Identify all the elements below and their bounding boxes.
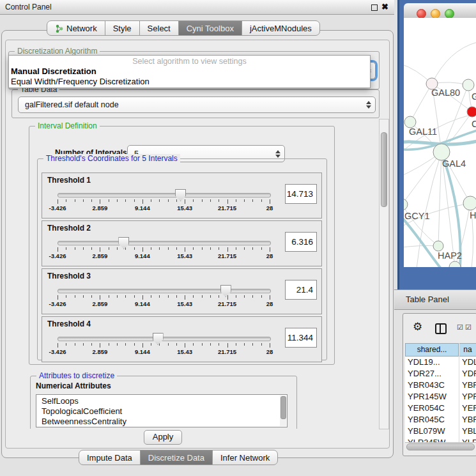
- slider-tick-label: -3.426: [49, 300, 66, 307]
- network-node-gal[interactable]: [463, 79, 474, 91]
- zoom-window-icon[interactable]: [445, 9, 454, 19]
- table-cell[interactable]: YDR27...: [408, 369, 441, 378]
- threshold-value-field[interactable]: [285, 232, 317, 252]
- table-panel-title: Table Panel: [406, 295, 449, 304]
- table-hscrollbar-thumb[interactable]: [406, 443, 475, 450]
- table-data-combo[interactable]: galFiltered.sif default node: [18, 96, 376, 113]
- table-row[interactable]: YBL079WYBL0: [405, 426, 476, 437]
- table-cell[interactable]: YBL0: [462, 426, 476, 436]
- slider-tick-label: 21.715: [218, 204, 236, 211]
- bottom-tab-infer-network[interactable]: Infer Network: [212, 450, 278, 465]
- threshold-list: Threshold 1-3.4262.8599.14415.4321.71528…: [42, 173, 322, 364]
- attribute-item-topologicalcoefficient[interactable]: TopologicalCoefficient: [36, 406, 287, 417]
- table-cell[interactable]: YDL19...: [408, 357, 440, 367]
- table-cell[interactable]: YDL1: [462, 357, 476, 367]
- close-icon[interactable]: ✖: [381, 2, 388, 12]
- threshold-value-field[interactable]: [285, 328, 317, 348]
- network-edge[interactable]: [410, 84, 432, 122]
- table-cell[interactable]: YER054C: [408, 403, 445, 413]
- slider-track[interactable]: [58, 241, 271, 245]
- table-cell[interactable]: YDR2: [462, 369, 476, 378]
- slider-tick-label: 2.859: [93, 300, 108, 307]
- slider-tick: [185, 199, 185, 204]
- threshold-value-field[interactable]: [285, 280, 317, 300]
- table-cell[interactable]: YBR045C: [408, 415, 445, 424]
- column-settings-icon[interactable]: [435, 323, 447, 334]
- network-node-ha[interactable]: [463, 196, 476, 210]
- slider-tick: [75, 295, 75, 298]
- network-node-gcy1[interactable]: [404, 199, 408, 210]
- table-row[interactable]: YPR145WYPR1: [405, 391, 476, 403]
- slider-thumb[interactable]: [153, 333, 164, 345]
- close-window-icon[interactable]: [417, 9, 426, 19]
- threshold-value-field[interactable]: [285, 184, 317, 204]
- table-hscrollbar[interactable]: [405, 442, 476, 450]
- slider-thumb[interactable]: [118, 237, 129, 249]
- table-cell[interactable]: YLR345W: [408, 438, 445, 442]
- tab-style[interactable]: Style: [105, 20, 140, 36]
- gear-icon[interactable]: ⚙: [413, 321, 422, 332]
- network-edge[interactable]: [441, 152, 461, 267]
- table-row[interactable]: YDL19...YDL1: [405, 357, 476, 368]
- tab-network[interactable]: Network: [47, 20, 105, 36]
- slider-thumb[interactable]: [220, 285, 231, 297]
- slider-tick-label: 2.859: [93, 348, 108, 355]
- table-row[interactable]: YBR043CYBR0: [405, 380, 476, 391]
- column-header-shared[interactable]: shared...: [405, 343, 459, 357]
- table-cell[interactable]: YBR043C: [408, 380, 445, 390]
- network-edge[interactable]: [432, 42, 476, 84]
- checkbox-icon[interactable]: ☑: [465, 324, 472, 331]
- slider-tick: [159, 247, 160, 250]
- column-divider: [459, 357, 459, 442]
- network-node[interactable]: [449, 261, 461, 267]
- interval-definition-group: Interval Definition Number of Intervals …: [29, 126, 335, 365]
- slider-tick: [236, 343, 236, 346]
- table-cell[interactable]: YBR0: [462, 415, 476, 424]
- minimize-window-icon[interactable]: [431, 9, 440, 19]
- popup-option-equal-width-frequency-discretization[interactable]: Equal Width/Frequency Discretization: [11, 77, 150, 86]
- slider-track[interactable]: [58, 193, 271, 197]
- slider-tick: [270, 295, 270, 300]
- attribute-items: SelfLoopsTopologicalCoefficientBetweenne…: [36, 395, 287, 427]
- list-scrollbar[interactable]: [280, 395, 286, 426]
- attribute-item-betweennesscentrality[interactable]: BetweennessCentrality: [36, 417, 287, 427]
- table-row[interactable]: YDR27...YDR2: [405, 368, 476, 380]
- network-node-cy[interactable]: [467, 107, 476, 117]
- slider-track[interactable]: [58, 337, 271, 341]
- table-row[interactable]: YBR045CYBR0: [405, 414, 476, 426]
- network-edge[interactable]: [438, 152, 441, 246]
- column-header-name[interactable]: na: [459, 343, 476, 357]
- apply-button[interactable]: Apply: [144, 430, 182, 445]
- network-edge[interactable]: [404, 152, 441, 204]
- table-cell[interactable]: YPR145W: [408, 392, 447, 401]
- checkbox-icon[interactable]: ☑: [457, 324, 463, 331]
- settings-scrollbar-thumb[interactable]: [381, 132, 387, 207]
- slider-tick-label: 9.144: [135, 252, 150, 259]
- settings-scrollbar[interactable]: [379, 119, 389, 429]
- table-cell[interactable]: YBR0: [462, 380, 476, 390]
- tab-select[interactable]: Select: [139, 20, 179, 36]
- slider-tick: [176, 343, 177, 346]
- tab-jactivemnodules[interactable]: jActiveMNodules: [242, 20, 320, 36]
- network-node-hap2[interactable]: [433, 241, 443, 251]
- table-cell[interactable]: YLR3: [462, 438, 476, 442]
- bottom-tab-impute-data[interactable]: Impute Data: [79, 450, 141, 465]
- numerical-attributes-list[interactable]: SelfLoopsTopologicalCoefficientBetweenne…: [36, 394, 288, 427]
- network-view[interactable]: GAL80GALCYGAL11GAL4GCY1HAHAP2: [404, 18, 476, 267]
- table-row[interactable]: YLR345WYLR3: [405, 437, 476, 442]
- tab-cyni-toolbox[interactable]: Cyni Toolbox: [178, 20, 242, 36]
- table-cell[interactable]: YER0: [462, 403, 476, 413]
- slider-tick: [151, 343, 151, 346]
- table-cell[interactable]: YBL079W: [408, 426, 445, 436]
- slider-tick-label: 9.144: [135, 204, 150, 211]
- popup-option-manual-discretization[interactable]: Manual Discretization: [11, 66, 96, 76]
- attribute-item-selfloops[interactable]: SelfLoops: [36, 396, 287, 406]
- table-cell[interactable]: YPR1: [462, 392, 476, 401]
- table-row[interactable]: YER054CYER0: [405, 403, 476, 414]
- bottom-tab-discretize-data[interactable]: Discretize Data: [140, 450, 213, 465]
- slider-tick: [193, 247, 194, 250]
- float-window-icon[interactable]: [371, 4, 378, 11]
- list-scrollbar-thumb[interactable]: [280, 396, 286, 419]
- slider-tick: [168, 295, 169, 298]
- slider-track[interactable]: [58, 289, 271, 293]
